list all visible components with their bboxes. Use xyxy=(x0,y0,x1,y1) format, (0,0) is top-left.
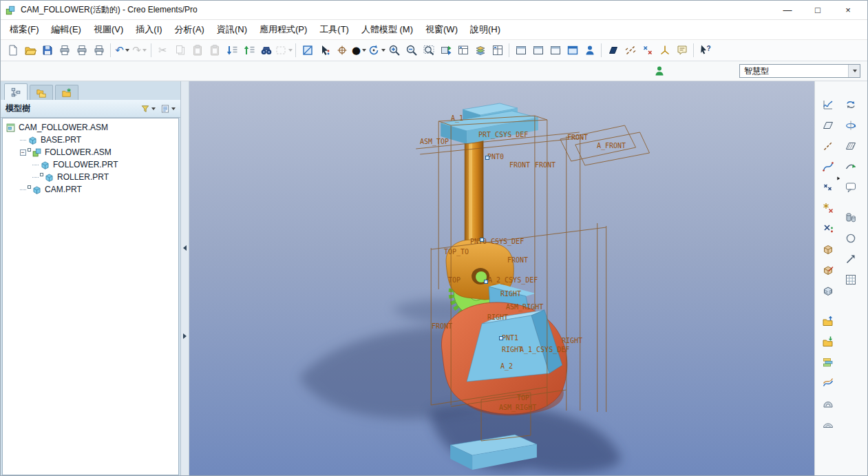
style-curves-button[interactable] xyxy=(820,375,836,391)
window-title: CAM_FOLLOWER(活動的) - Creo Elements/Pro xyxy=(21,4,198,16)
expand-panel-arrow[interactable] xyxy=(183,333,187,339)
send-model-button[interactable] xyxy=(90,42,107,59)
add-component-button[interactable] xyxy=(820,313,836,329)
sketch-tool-button[interactable] xyxy=(820,262,836,278)
datum-curve-tool-button[interactable] xyxy=(820,158,836,175)
flyout-arrow-icon[interactable] xyxy=(835,175,842,182)
menu-help[interactable]: 說明(H) xyxy=(464,20,507,39)
extrude-tool-button[interactable] xyxy=(820,241,836,258)
tree-item-cam_follower-asm[interactable]: CAM_FOLLOWER.ASM xyxy=(3,121,178,134)
direction-arrow-tool-button[interactable] xyxy=(843,251,859,267)
3d-viewport[interactable]: A_1PRT_CSYS_DEFASM_TOPFRONTA_FRONTPNT0FR… xyxy=(189,81,814,476)
print-preview-button[interactable] xyxy=(73,42,90,59)
tree-item-cam-prt[interactable]: CAM.PRT xyxy=(3,183,178,196)
find-button[interactable] xyxy=(257,42,275,59)
annotation-tool-button[interactable] xyxy=(843,179,859,196)
open-file-button[interactable] xyxy=(21,42,39,59)
menu-applications[interactable]: 應用程式(P) xyxy=(253,20,313,39)
tree-filter-button[interactable] xyxy=(140,104,156,114)
analysis-point-tool-button[interactable] xyxy=(820,220,836,237)
datum-plane-tool-button[interactable] xyxy=(820,117,836,134)
regenerate-button[interactable] xyxy=(223,42,240,59)
menu-manikin[interactable]: 人體模型 (M) xyxy=(355,20,419,39)
datum-plane-display-button[interactable] xyxy=(604,42,622,59)
annotation-display-button[interactable] xyxy=(673,42,690,59)
maximize-button[interactable]: □ xyxy=(803,1,833,19)
tree-item-base-prt[interactable]: BASE.PRT xyxy=(3,134,178,146)
menu-insert[interactable]: 插入(I) xyxy=(129,20,168,39)
layer-stack-button[interactable] xyxy=(820,354,836,371)
create-component-button[interactable] xyxy=(820,333,836,350)
menu-edit[interactable]: 編輯(E) xyxy=(45,20,87,39)
cross-section-button[interactable] xyxy=(843,138,859,154)
datum-point-display-button[interactable] xyxy=(639,42,656,59)
menu-view[interactable]: 視圖(V) xyxy=(87,20,129,39)
datum-axis-tool-button[interactable] xyxy=(820,138,836,154)
rotate-view-button[interactable] xyxy=(843,117,859,134)
graph-curve-button[interactable] xyxy=(820,96,836,113)
zoom-out-button[interactable] xyxy=(403,42,420,59)
window-tile-button[interactable] xyxy=(529,42,547,59)
datum-axis-display-button[interactable] xyxy=(622,42,639,59)
menu-file[interactable]: 檔案(F) xyxy=(3,20,45,39)
csys-display-button[interactable] xyxy=(656,42,673,59)
family-table-button[interactable] xyxy=(843,271,859,288)
tab-favorites[interactable] xyxy=(55,85,78,100)
tab-model-tree[interactable] xyxy=(4,83,28,100)
tree-item-follower-asm[interactable]: −FOLLOWER.ASM xyxy=(3,146,178,158)
view-manager-button[interactable] xyxy=(489,42,506,59)
selection-filter-button[interactable] xyxy=(316,42,333,59)
window-new-button[interactable] xyxy=(547,42,564,59)
new-file-button[interactable] xyxy=(4,42,21,59)
plane-display-button[interactable] xyxy=(299,42,316,59)
tree-item-roller-prt[interactable]: ROLLER.PRT xyxy=(3,171,178,183)
session-user-button[interactable] xyxy=(581,42,598,59)
menu-analysis[interactable]: 分析(A) xyxy=(169,20,211,39)
swap-views-button[interactable] xyxy=(843,96,859,113)
close-button[interactable]: × xyxy=(833,1,863,19)
activate-window-button[interactable] xyxy=(564,42,581,59)
dome-tool-button[interactable] xyxy=(820,416,836,433)
window-cascade-button[interactable] xyxy=(512,42,529,59)
cylinder-pair-tool-button[interactable] xyxy=(843,209,859,226)
save-file-button[interactable] xyxy=(39,42,56,59)
refit-object-button[interactable] xyxy=(420,42,437,59)
menu-tools[interactable]: 工具(T) xyxy=(313,20,355,39)
spin-center-button[interactable] xyxy=(368,42,385,59)
context-help-button[interactable] xyxy=(697,42,714,59)
zoom-in-button[interactable] xyxy=(385,42,403,59)
xdots-icon xyxy=(822,223,834,235)
layer-display-button[interactable] xyxy=(472,42,489,59)
prism-icon xyxy=(822,243,834,256)
csystog-icon xyxy=(659,44,671,56)
reorient-view-button[interactable] xyxy=(437,42,454,59)
planetog-icon xyxy=(607,44,620,56)
undo-button[interactable]: ↶ xyxy=(114,42,131,59)
snap-to-grid-button[interactable] xyxy=(333,42,350,59)
shading-display-button[interactable]: ● xyxy=(350,42,368,59)
tab-folder-browser[interactable] xyxy=(30,85,53,100)
datum-point-tool-button[interactable] xyxy=(820,179,836,196)
panel-splitter[interactable] xyxy=(181,81,189,476)
custom-regenerate-button[interactable] xyxy=(240,42,257,59)
tree-settings-button[interactable] xyxy=(160,104,176,114)
regeneration-status-button[interactable] xyxy=(650,63,668,79)
tree-expander[interactable]: − xyxy=(20,149,26,156)
tree-connector xyxy=(30,165,40,165)
tree-connector xyxy=(18,189,28,190)
starx-icon xyxy=(822,202,834,214)
coordinate-system-tool-button[interactable] xyxy=(820,200,836,216)
menu-window[interactable]: 視窗(W) xyxy=(419,20,464,39)
circle-tool-button[interactable] xyxy=(843,230,859,247)
selection-filter-combobox[interactable]: 智慧型 xyxy=(739,64,860,78)
print-button[interactable] xyxy=(56,42,73,59)
shell-tool-button[interactable] xyxy=(820,395,836,412)
surface-tool-button[interactable] xyxy=(843,158,859,175)
saved-view-list-button[interactable] xyxy=(454,42,472,59)
collapse-panel-arrow[interactable] xyxy=(183,245,187,251)
minimize-button[interactable]: — xyxy=(772,1,803,19)
combobox-arrow[interactable] xyxy=(848,65,860,77)
menu-info[interactable]: 資訊(N) xyxy=(211,20,253,39)
pattern-tool-button[interactable] xyxy=(820,282,836,299)
tree-item-follower-prt[interactable]: FOLLOWER.PRT xyxy=(3,158,178,171)
